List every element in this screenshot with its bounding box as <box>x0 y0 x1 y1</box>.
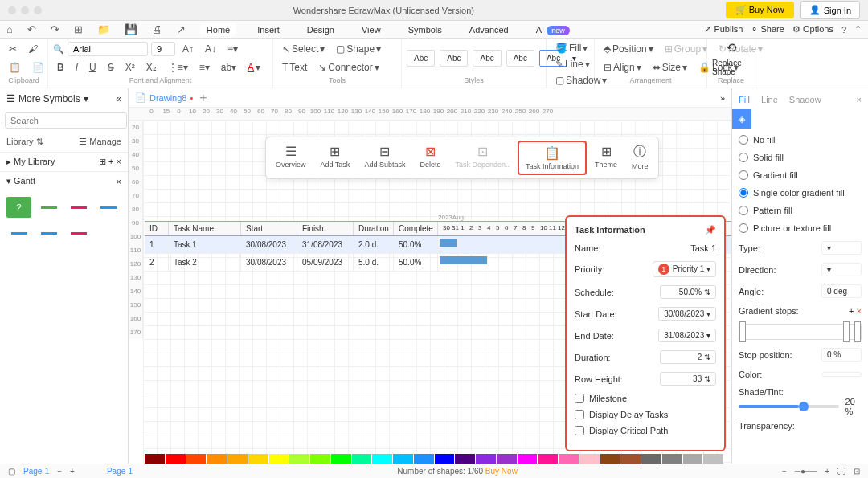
format-painter-icon[interactable]: 🖌 <box>24 41 42 57</box>
publish-link[interactable]: ↗ Publish <box>704 24 743 35</box>
style-2[interactable]: Abc <box>440 50 468 67</box>
pattern-fill-radio[interactable] <box>739 206 748 215</box>
shade-slider[interactable] <box>739 405 839 408</box>
increase-font-icon[interactable]: A↑ <box>178 41 198 57</box>
tab-view[interactable]: View <box>355 23 387 36</box>
color-swatch[interactable] <box>821 372 862 377</box>
replace-shape-icon[interactable]: ⟲ <box>726 40 736 55</box>
collapse-ribbon-icon[interactable]: ⌃ <box>854 24 862 35</box>
home-icon[interactable]: ⌂ <box>6 23 13 35</box>
buy-now-button[interactable]: 🛒 Buy Now <box>726 2 794 18</box>
picture-fill-radio[interactable] <box>739 223 748 233</box>
position-btn[interactable]: ⬘ Position▾ <box>600 41 657 57</box>
gradient-bar[interactable] <box>739 324 862 340</box>
size-select[interactable] <box>151 42 175 56</box>
print-icon[interactable]: 🖨 <box>152 23 162 35</box>
copy-icon[interactable]: 📋 <box>5 59 25 76</box>
task-dep-btn[interactable]: ⊡Task Dependen.. <box>448 141 516 175</box>
cut-icon[interactable]: ✂ <box>5 41 21 57</box>
size-btn[interactable]: ⬌ Size▾ <box>649 59 691 76</box>
type-select[interactable]: ▾ <box>821 241 862 255</box>
my-library-item[interactable]: ▸ My Library <box>6 157 55 167</box>
fill-btn[interactable]: 🪣 Fill▾ <box>551 40 592 56</box>
add-task-btn[interactable]: ⊞Add Task <box>314 141 357 175</box>
pin-icon[interactable]: 📌 <box>705 225 716 235</box>
more-btn[interactable]: ⓘMore <box>625 141 655 175</box>
new-tab-icon[interactable]: + <box>199 91 207 105</box>
shape-thumb[interactable] <box>36 223 61 243</box>
color-palette[interactable] <box>145 454 723 464</box>
help-icon[interactable]: ? <box>841 25 846 35</box>
tab-insert[interactable]: Insert <box>251 23 286 36</box>
fill-icon[interactable]: ◈ <box>732 109 751 129</box>
critical-path-checkbox[interactable] <box>575 426 584 435</box>
search-font-icon[interactable]: 🔍 <box>53 44 64 55</box>
save-icon[interactable]: 💾 <box>125 23 137 35</box>
add-lib-icon[interactable]: ⊞ <box>99 157 106 166</box>
style-1[interactable]: Abc <box>407 50 435 67</box>
end-date-input[interactable]: 31/08/2023 ▾ <box>658 329 716 342</box>
add-stop-icon[interactable]: + <box>849 306 854 316</box>
shape-thumb[interactable] <box>36 197 61 218</box>
search-input[interactable] <box>5 112 127 129</box>
expand-right-panel-icon[interactable]: » <box>720 93 725 103</box>
prev-page-icon[interactable]: − <box>57 467 62 476</box>
line-tab[interactable]: Line <box>761 95 778 104</box>
shape-tool[interactable]: ▢ Shape▾ <box>332 41 385 57</box>
paste-icon[interactable]: 📄 <box>28 59 48 76</box>
shape-thumb[interactable] <box>67 223 92 243</box>
export-icon[interactable]: ↗ <box>177 23 186 35</box>
tab-ai[interactable]: AI new <box>530 23 576 36</box>
theme-btn[interactable]: ⊞Theme <box>588 141 624 175</box>
close-panel-icon[interactable]: × <box>857 95 862 104</box>
direction-select[interactable]: ▾ <box>821 263 862 276</box>
no-fill-radio[interactable] <box>739 135 748 145</box>
shape-thumb[interactable] <box>67 197 92 218</box>
text-tool[interactable]: T Text <box>278 59 311 76</box>
stop-pos-input[interactable]: 0 % <box>821 348 862 362</box>
manage-link[interactable]: ☰ Manage <box>79 137 121 147</box>
connector-tool[interactable]: ↘ Connector▾ <box>314 59 383 76</box>
style-4[interactable]: Abc <box>506 50 534 67</box>
milestone-checkbox[interactable] <box>575 394 584 403</box>
font-color-icon[interactable]: A▾ <box>244 59 264 76</box>
add-subtask-btn[interactable]: ⊟Add Subtask <box>358 141 411 175</box>
italic-icon[interactable]: I <box>72 59 82 76</box>
solid-fill-radio[interactable] <box>739 153 748 162</box>
close-gantt-icon[interactable]: × <box>117 177 121 186</box>
subscript-icon[interactable]: X₂ <box>142 59 161 76</box>
shape-thumb[interactable]: ? <box>6 197 31 218</box>
zoom-out-icon[interactable]: − <box>782 467 787 476</box>
sign-in-button[interactable]: 👤 Sign In <box>800 1 860 19</box>
fill-tab[interactable]: Fill <box>739 95 750 104</box>
align-icon[interactable]: ≡▾ <box>195 59 214 76</box>
superscript-icon[interactable]: X² <box>121 59 139 76</box>
single-gradient-radio[interactable] <box>739 188 748 198</box>
zoom-in-icon[interactable]: + <box>825 467 829 476</box>
select-tool[interactable]: ↖ Select▾ <box>278 41 329 57</box>
style-3[interactable]: Abc <box>473 50 501 67</box>
pages-icon[interactable]: ▢ <box>8 467 15 476</box>
zoom-slider[interactable]: ─●── <box>795 467 817 476</box>
add-lib2-icon[interactable]: + <box>108 157 113 166</box>
start-date-input[interactable]: 30/08/2023 ▾ <box>658 307 716 321</box>
decrease-font-icon[interactable]: A↓ <box>201 41 220 57</box>
font-select[interactable] <box>68 42 148 56</box>
align-btn[interactable]: ⊟ Align▾ <box>600 59 645 76</box>
share-link[interactable]: ⚬ Share <box>751 24 784 35</box>
undo-icon[interactable]: ↶ <box>27 23 36 35</box>
fit-icon[interactable]: ⛶ <box>837 467 845 476</box>
shape-thumb[interactable] <box>96 197 121 218</box>
delay-tasks-checkbox[interactable] <box>575 410 584 419</box>
document-tab[interactable]: 📄 Drawing8 • <box>135 92 193 103</box>
row-height-input[interactable]: 33 ⇅ <box>660 372 716 386</box>
fullscreen-icon[interactable]: ⊡ <box>854 467 860 476</box>
options-link[interactable]: ⚙ Options <box>792 24 833 35</box>
tab-advanced[interactable]: Advanced <box>463 23 515 36</box>
new-icon[interactable]: ⊞ <box>74 23 83 35</box>
gantt-item[interactable]: ▾ Gantt <box>6 176 35 186</box>
task-info-btn[interactable]: 📋Task Information <box>518 141 587 175</box>
redo-icon[interactable]: ↷ <box>51 23 59 35</box>
more-symbols-header[interactable]: ☰ More Symbols ▾ « <box>0 88 128 109</box>
tab-design[interactable]: Design <box>301 23 341 36</box>
